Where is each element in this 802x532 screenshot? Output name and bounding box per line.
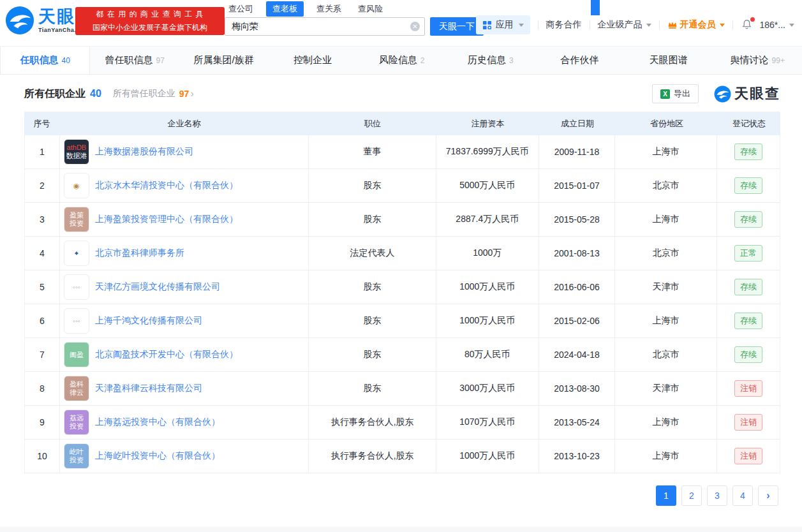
vip-menu[interactable]: 开通会员 bbox=[667, 19, 725, 31]
row-number: 10 bbox=[25, 440, 60, 473]
header-position: 职位 bbox=[309, 118, 436, 129]
capital-cell: 1000万人民币 bbox=[436, 440, 539, 473]
company-logo: athDB数据港 bbox=[64, 139, 89, 165]
export-button[interactable]: X 导出 bbox=[652, 84, 699, 103]
tab-current-positions[interactable]: 任职信息40 bbox=[0, 47, 90, 74]
position-cell: 股东 bbox=[309, 338, 436, 371]
row-number: 9 bbox=[25, 406, 60, 439]
business-cooperation-link[interactable]: 商务合作 bbox=[546, 19, 582, 31]
page-button-3[interactable]: 3 bbox=[707, 485, 727, 506]
capital-cell: 1070万人民币 bbox=[436, 406, 539, 439]
search-tab-boss[interactable]: 查老板 bbox=[266, 1, 304, 17]
tab-partners[interactable]: 合作伙伴 bbox=[535, 47, 624, 74]
enterprise-products-menu[interactable]: 企业级产品 bbox=[598, 19, 651, 31]
table-row: 5 ◦◦◦ 天津亿方画境文化传播有限公司 股东 1000万人民币 2016-06… bbox=[24, 270, 780, 304]
company-logo: 屹叶投资 bbox=[64, 443, 89, 469]
province-cell: 北京市 bbox=[615, 169, 717, 202]
company-link[interactable]: 上海屹叶投资中心（有限合伙） bbox=[95, 450, 220, 462]
company-link[interactable]: 上海千鸿文化传播有限公司 bbox=[95, 315, 202, 327]
tab-history-info[interactable]: 历史信息3 bbox=[446, 47, 535, 74]
search-tab-company[interactable]: 查公司 bbox=[225, 1, 257, 17]
table-row: 7 阖盈 北京阖盈技术开发中心（有限合伙） 股东 80万人民币 2024-04-… bbox=[24, 338, 780, 372]
chevron-right-icon: › bbox=[190, 88, 193, 100]
past-positions-link[interactable]: 所有曾任职企业 97 › bbox=[113, 88, 194, 100]
capital-cell: 71837.6999万人民币 bbox=[436, 135, 539, 168]
status-badge: 存续 bbox=[734, 177, 762, 194]
company-logo: 盈科律云 bbox=[64, 376, 89, 401]
table-header: 序号 企业名称 职位 注册资本 成立日期 省份地区 登记状态 bbox=[24, 112, 780, 135]
section-title: 所有任职企业 bbox=[24, 87, 85, 101]
position-cell: 董事 bbox=[309, 135, 436, 168]
position-cell: 股东 bbox=[309, 304, 436, 337]
province-cell: 上海市 bbox=[615, 406, 717, 439]
chevron-down-icon bbox=[646, 24, 651, 27]
table-row: 9 荔远投资 上海荔远投资中心（有限合伙） 执行事务合伙人,股东 1070万人民… bbox=[24, 406, 780, 440]
table-row: 8 盈科律云 天津盈科律云科技有限公司 股东 3000万人民币 2013-08-… bbox=[24, 372, 780, 406]
date-cell: 2024-04-18 bbox=[539, 338, 616, 371]
notification-dot bbox=[750, 17, 755, 22]
status-badge: 正常 bbox=[734, 245, 762, 262]
status-badge: 存续 bbox=[734, 211, 762, 228]
tab-past-positions[interactable]: 曾任职信息97 bbox=[90, 47, 179, 74]
company-logo: 荔远投资 bbox=[64, 410, 89, 435]
company-logo: ✦ bbox=[64, 240, 89, 266]
search-input[interactable] bbox=[225, 17, 425, 36]
position-cell: 股东 bbox=[309, 203, 436, 236]
province-cell: 天津市 bbox=[615, 270, 717, 304]
company-logo: ◉ bbox=[64, 173, 89, 198]
row-number: 4 bbox=[25, 237, 60, 270]
date-cell: 2001-08-13 bbox=[539, 237, 616, 270]
header-capital: 注册资本 bbox=[436, 118, 539, 129]
footer-strip bbox=[0, 527, 802, 532]
header-date: 成立日期 bbox=[539, 118, 616, 129]
capital-cell: 1000万 bbox=[436, 237, 539, 270]
date-cell: 2009-11-18 bbox=[539, 135, 616, 168]
company-link[interactable]: 上海盈策投资管理中心（有限合伙） bbox=[95, 214, 238, 225]
company-link[interactable]: 天津盈科律云科技有限公司 bbox=[95, 383, 202, 394]
status-badge: 存续 bbox=[734, 144, 762, 160]
notification-bell-icon[interactable] bbox=[741, 18, 754, 31]
header-status: 登记状态 bbox=[718, 118, 780, 129]
divider bbox=[659, 20, 660, 29]
promo-badge: 都 在 用 的 商 业 查 询 工 具 国家中小企业发展子基金旗下机构 bbox=[75, 7, 225, 35]
company-link[interactable]: 天津亿方画境文化传播有限公司 bbox=[95, 281, 220, 293]
header-province: 省份地区 bbox=[616, 118, 718, 129]
apps-menu[interactable]: 应用 bbox=[476, 15, 530, 34]
search-tab-relations[interactable]: 查关系 bbox=[313, 1, 345, 17]
company-link[interactable]: 北京阖盈技术开发中心（有限合伙） bbox=[95, 349, 238, 360]
company-link[interactable]: 上海数据港股份有限公司 bbox=[95, 146, 193, 158]
company-link[interactable]: 上海荔远投资中心（有限合伙） bbox=[95, 417, 220, 428]
chevron-down-icon bbox=[720, 24, 725, 27]
row-number: 2 bbox=[25, 169, 60, 202]
table-row: 1 athDB数据港 上海数据港股份有限公司 董事 71837.6999万人民币… bbox=[24, 135, 780, 169]
page-button-1[interactable]: 1 bbox=[656, 485, 676, 506]
table-row: 6 ◦◦◦ 上海千鸿文化传播有限公司 股东 1000万人民币 2015-02-0… bbox=[24, 304, 780, 338]
capital-cell: 2887.4万人民币 bbox=[436, 203, 539, 236]
clear-icon[interactable]: ✕ bbox=[410, 22, 420, 31]
promo-line2: 国家中小企业发展子基金旗下机构 bbox=[93, 22, 207, 33]
header: 天眼查 TianYanCha.com 都 在 用 的 商 业 查 询 工 具 国… bbox=[0, 0, 802, 42]
header-index: 序号 bbox=[24, 118, 59, 129]
row-number: 8 bbox=[25, 372, 60, 405]
tab-group[interactable]: 所属集团/族群 bbox=[179, 47, 268, 74]
watermark-text: 天眼查 bbox=[734, 84, 780, 103]
company-link[interactable]: 北京市盈科律师事务所 bbox=[95, 248, 184, 259]
position-cell: 股东 bbox=[309, 372, 436, 405]
date-cell: 2013-05-24 bbox=[539, 406, 616, 439]
province-cell: 上海市 bbox=[615, 135, 717, 168]
account-menu[interactable]: 186*... bbox=[760, 20, 794, 30]
tab-risk-info[interactable]: 风险信息2 bbox=[357, 47, 446, 74]
page-button-4[interactable]: 4 bbox=[732, 485, 753, 506]
apps-grid-icon bbox=[482, 20, 492, 30]
company-link[interactable]: 北京水木华清投资中心（有限合伙） bbox=[95, 180, 238, 191]
table-row: 2 ◉ 北京水木华清投资中心（有限合伙） 股东 5000万人民币 2015-01… bbox=[24, 169, 780, 203]
tab-controlled-companies[interactable]: 控制企业 bbox=[268, 47, 357, 74]
next-page-button[interactable]: › bbox=[758, 485, 778, 506]
status-badge: 存续 bbox=[734, 279, 762, 295]
position-cell: 股东 bbox=[309, 270, 436, 304]
page-button-2[interactable]: 2 bbox=[681, 485, 702, 506]
tab-graph[interactable]: 天眼图谱 bbox=[624, 47, 713, 74]
search-tab-risk[interactable]: 查风险 bbox=[354, 1, 387, 17]
divider bbox=[732, 20, 733, 29]
tab-public-opinion[interactable]: 舆情讨论99+ bbox=[713, 47, 802, 74]
